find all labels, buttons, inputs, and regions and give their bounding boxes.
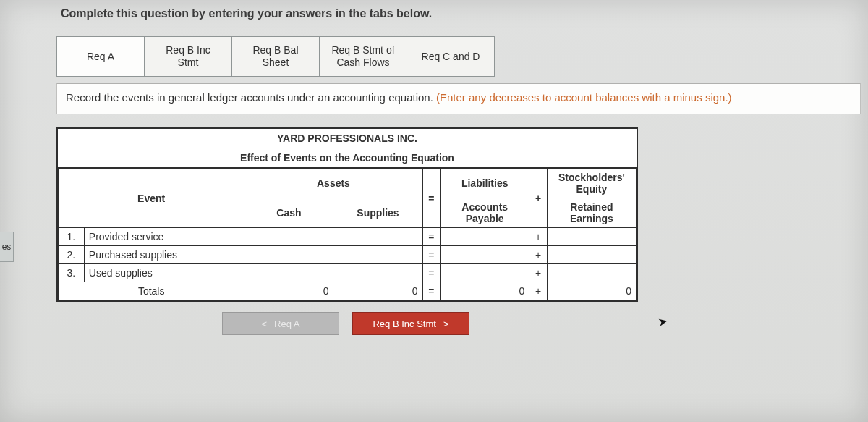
sym-plus: + bbox=[529, 264, 548, 282]
totals-cash: 0 bbox=[244, 282, 333, 300]
sym-eq: = bbox=[422, 246, 441, 264]
sym-plus: + bbox=[529, 169, 548, 228]
row-number: 2. bbox=[59, 246, 85, 264]
company-title: YARD PROFESSIONALS INC. bbox=[58, 129, 637, 148]
cash-input[interactable] bbox=[244, 246, 333, 264]
tab-req-b-stmt-cash-flows[interactable]: Req B Stmt of Cash Flows bbox=[319, 36, 407, 77]
worksheet: YARD PROFESSIONALS INC. Effect of Events… bbox=[56, 127, 638, 302]
col-assets: Assets bbox=[244, 169, 422, 198]
totals-row: Totals 0 0 = 0 + 0 bbox=[59, 282, 637, 300]
sym-eq: = bbox=[422, 282, 441, 300]
col-liabilities: Liabilities bbox=[441, 169, 529, 198]
prev-button: < Req A bbox=[222, 312, 339, 335]
content-area: Complete this question by entering your … bbox=[56, 0, 861, 335]
app-stage: es Complete this question by entering yo… bbox=[0, 0, 868, 422]
tab-label: Req B Stmt of bbox=[331, 44, 394, 56]
left-rail-label: es bbox=[2, 242, 12, 252]
row-number: 1. bbox=[59, 228, 85, 246]
subcol-retained-earnings: Retained Earnings bbox=[547, 198, 636, 228]
tab-label: Stmt bbox=[178, 56, 199, 69]
prev-button-label: Req A bbox=[274, 318, 299, 329]
tab-req-b-bal-sheet[interactable]: Req B Bal Sheet bbox=[231, 36, 320, 77]
equity-line1: Stockholders' bbox=[558, 172, 625, 183]
nav-buttons: < Req A Req B Inc Stmt > bbox=[56, 312, 635, 335]
re-line1: Retained bbox=[570, 201, 613, 213]
sym-plus: + bbox=[529, 282, 548, 300]
subcol-accounts-payable: Accounts Payable bbox=[441, 198, 529, 228]
subcol-supplies: Supplies bbox=[333, 198, 422, 228]
next-button[interactable]: Req B Inc Stmt > bbox=[352, 312, 469, 335]
sym-eq: = bbox=[422, 228, 441, 246]
totals-supplies: 0 bbox=[333, 282, 422, 300]
ap-input[interactable] bbox=[441, 228, 529, 246]
tab-label: Req C and D bbox=[422, 51, 480, 63]
ap-line2: Payable bbox=[466, 213, 504, 224]
tab-req-c-and-d[interactable]: Req C and D bbox=[407, 36, 495, 77]
tab-req-b-inc-stmt[interactable]: Req B Inc Stmt bbox=[144, 36, 232, 77]
prompt-text: Record the events in general ledger acco… bbox=[66, 91, 436, 104]
group-header-row: Event Assets = Liabilities + Stockholder… bbox=[59, 169, 637, 198]
re-input[interactable] bbox=[547, 264, 636, 282]
prompt-bar: Record the events in general ledger acco… bbox=[56, 83, 861, 114]
subcol-cash: Cash bbox=[244, 198, 333, 228]
event-name: Purchased supplies bbox=[84, 246, 244, 264]
tab-req-a[interactable]: Req A bbox=[56, 36, 145, 77]
table-row: 1. Provided service = + bbox=[59, 228, 637, 246]
left-rail-tab[interactable]: es bbox=[0, 232, 14, 262]
worksheet-subtitle: Effect of Events on the Accounting Equat… bbox=[58, 148, 637, 168]
re-line2: Earnings bbox=[570, 213, 613, 224]
tab-label: Req A bbox=[87, 51, 114, 63]
tab-label: Cash Flows bbox=[336, 56, 389, 69]
sym-plus: + bbox=[529, 228, 548, 246]
chevron-left-icon: < bbox=[261, 318, 267, 329]
table-row: 3. Used supplies = + bbox=[59, 264, 637, 282]
event-name: Provided service bbox=[84, 228, 244, 246]
prompt-hint: (Enter any decreases to account balances… bbox=[436, 91, 732, 104]
event-name: Used supplies bbox=[84, 264, 244, 282]
sym-plus: + bbox=[529, 246, 548, 264]
re-input[interactable] bbox=[547, 228, 636, 246]
ap-line1: Accounts bbox=[461, 201, 508, 213]
chevron-right-icon: > bbox=[443, 318, 449, 329]
ap-input[interactable] bbox=[441, 246, 529, 264]
equity-line2: Equity bbox=[576, 183, 608, 195]
cash-input[interactable] bbox=[244, 228, 333, 246]
tab-label: Req B Inc bbox=[166, 44, 210, 56]
ap-input[interactable] bbox=[441, 264, 529, 282]
supplies-input[interactable] bbox=[333, 264, 422, 282]
re-input[interactable] bbox=[547, 246, 636, 264]
col-stockholders-equity: Stockholders' Equity bbox=[547, 169, 636, 198]
next-button-label: Req B Inc Stmt bbox=[373, 318, 435, 329]
supplies-input[interactable] bbox=[333, 246, 422, 264]
tab-label: Req B Bal bbox=[252, 44, 298, 56]
col-event: Event bbox=[59, 169, 244, 228]
cash-input[interactable] bbox=[244, 264, 333, 282]
totals-ap: 0 bbox=[441, 282, 529, 300]
totals-label: Totals bbox=[59, 282, 244, 300]
accounting-equation-table: Event Assets = Liabilities + Stockholder… bbox=[58, 168, 637, 300]
table-row: 2. Purchased supplies = + bbox=[59, 246, 637, 264]
tab-label: Sheet bbox=[263, 56, 289, 69]
supplies-input[interactable] bbox=[333, 228, 422, 246]
totals-re: 0 bbox=[547, 282, 636, 300]
row-number: 3. bbox=[59, 264, 85, 282]
sym-eq: = bbox=[422, 264, 441, 282]
page-instruction: Complete this question by entering your … bbox=[61, 7, 861, 20]
sym-eq: = bbox=[422, 169, 441, 228]
tabs-row: Req A Req B Inc Stmt Req B Bal Sheet Req… bbox=[56, 36, 861, 77]
